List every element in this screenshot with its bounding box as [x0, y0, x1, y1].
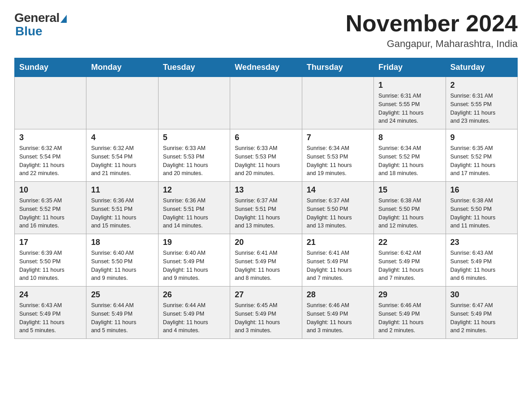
calendar-cell [15, 77, 86, 129]
day-info: Sunrise: 6:47 AMSunset: 5:49 PMDaylight:… [450, 301, 513, 335]
calendar-cell: 6Sunrise: 6:33 AMSunset: 5:53 PMDaylight… [230, 129, 302, 182]
day-number: 14 [307, 185, 369, 195]
calendar-cell: 10Sunrise: 6:35 AMSunset: 5:52 PMDayligh… [15, 182, 86, 234]
day-number: 1 [378, 81, 441, 90]
day-info: Sunrise: 6:32 AMSunset: 5:54 PMDaylight:… [19, 144, 82, 178]
day-number: 2 [450, 81, 513, 90]
calendar-cell: 9Sunrise: 6:35 AMSunset: 5:52 PMDaylight… [446, 129, 517, 182]
day-info: Sunrise: 6:46 AMSunset: 5:49 PMDaylight:… [307, 301, 369, 335]
calendar-cell: 4Sunrise: 6:32 AMSunset: 5:54 PMDaylight… [86, 129, 158, 182]
calendar-cell: 3Sunrise: 6:32 AMSunset: 5:54 PMDaylight… [15, 129, 86, 182]
calendar-cell: 5Sunrise: 6:33 AMSunset: 5:53 PMDaylight… [158, 129, 230, 182]
day-info: Sunrise: 6:35 AMSunset: 5:52 PMDaylight:… [19, 197, 82, 230]
week-row-4: 17Sunrise: 6:39 AMSunset: 5:50 PMDayligh… [15, 234, 518, 287]
calendar-cell: 28Sunrise: 6:46 AMSunset: 5:49 PMDayligh… [302, 287, 373, 339]
day-info: Sunrise: 6:40 AMSunset: 5:50 PMDaylight:… [91, 249, 153, 283]
header-monday: Monday [86, 58, 158, 77]
calendar-cell: 14Sunrise: 6:37 AMSunset: 5:50 PMDayligh… [302, 182, 373, 234]
day-info: Sunrise: 6:39 AMSunset: 5:50 PMDaylight:… [19, 249, 82, 283]
calendar-cell: 18Sunrise: 6:40 AMSunset: 5:50 PMDayligh… [86, 234, 158, 287]
day-info: Sunrise: 6:46 AMSunset: 5:49 PMDaylight:… [378, 301, 441, 335]
day-number: 11 [91, 185, 153, 195]
logo-triangle-icon [60, 15, 67, 23]
day-number: 9 [450, 133, 513, 142]
day-number: 22 [378, 238, 441, 247]
day-info: Sunrise: 6:33 AMSunset: 5:53 PMDaylight:… [235, 144, 297, 178]
calendar-cell [158, 77, 230, 129]
calendar-cell: 25Sunrise: 6:44 AMSunset: 5:49 PMDayligh… [86, 287, 158, 339]
day-number: 18 [91, 238, 153, 247]
calendar-cell: 13Sunrise: 6:37 AMSunset: 5:51 PMDayligh… [230, 182, 302, 234]
calendar-cell: 17Sunrise: 6:39 AMSunset: 5:50 PMDayligh… [15, 234, 86, 287]
day-info: Sunrise: 6:31 AMSunset: 5:55 PMDaylight:… [378, 92, 441, 125]
calendar-cell: 30Sunrise: 6:47 AMSunset: 5:49 PMDayligh… [446, 287, 517, 339]
day-info: Sunrise: 6:34 AMSunset: 5:53 PMDaylight:… [307, 144, 369, 178]
day-number: 8 [378, 133, 441, 142]
location-title: Gangapur, Maharashtra, India [346, 38, 518, 50]
day-number: 4 [91, 133, 153, 142]
calendar-cell: 12Sunrise: 6:36 AMSunset: 5:51 PMDayligh… [158, 182, 230, 234]
day-number: 29 [378, 290, 441, 300]
day-info: Sunrise: 6:42 AMSunset: 5:49 PMDaylight:… [378, 249, 441, 283]
day-number: 30 [450, 290, 513, 300]
calendar-cell: 27Sunrise: 6:45 AMSunset: 5:49 PMDayligh… [230, 287, 302, 339]
week-row-2: 3Sunrise: 6:32 AMSunset: 5:54 PMDaylight… [15, 129, 518, 182]
day-number: 15 [378, 185, 441, 195]
header-wednesday: Wednesday [230, 58, 302, 77]
calendar-cell: 21Sunrise: 6:41 AMSunset: 5:49 PMDayligh… [302, 234, 373, 287]
calendar-cell: 24Sunrise: 6:43 AMSunset: 5:49 PMDayligh… [15, 287, 86, 339]
calendar-cell: 8Sunrise: 6:34 AMSunset: 5:52 PMDaylight… [374, 129, 446, 182]
day-number: 17 [19, 238, 82, 247]
day-info: Sunrise: 6:31 AMSunset: 5:55 PMDaylight:… [450, 92, 513, 125]
calendar-cell: 15Sunrise: 6:38 AMSunset: 5:50 PMDayligh… [374, 182, 446, 234]
day-number: 3 [19, 133, 82, 142]
month-title: November 2024 [346, 11, 518, 36]
header-friday: Friday [374, 58, 446, 77]
day-info: Sunrise: 6:33 AMSunset: 5:53 PMDaylight:… [163, 144, 225, 178]
calendar-cell: 26Sunrise: 6:44 AMSunset: 5:49 PMDayligh… [158, 287, 230, 339]
day-number: 21 [307, 238, 369, 247]
day-info: Sunrise: 6:37 AMSunset: 5:51 PMDaylight:… [235, 197, 297, 230]
calendar-cell: 11Sunrise: 6:36 AMSunset: 5:51 PMDayligh… [86, 182, 158, 234]
day-info: Sunrise: 6:41 AMSunset: 5:49 PMDaylight:… [235, 249, 297, 283]
calendar-cell: 22Sunrise: 6:42 AMSunset: 5:49 PMDayligh… [374, 234, 446, 287]
week-row-5: 24Sunrise: 6:43 AMSunset: 5:49 PMDayligh… [15, 287, 518, 339]
calendar-cell: 2Sunrise: 6:31 AMSunset: 5:55 PMDaylight… [446, 77, 517, 129]
header-tuesday: Tuesday [158, 58, 230, 77]
calendar-cell: 7Sunrise: 6:34 AMSunset: 5:53 PMDaylight… [302, 129, 373, 182]
title-section: November 2024 Gangapur, Maharashtra, Ind… [346, 11, 518, 50]
logo-blue-text: Blue [15, 24, 43, 39]
calendar-cell: 16Sunrise: 6:38 AMSunset: 5:50 PMDayligh… [446, 182, 517, 234]
logo-general-text: General [14, 11, 60, 25]
calendar-cell: 20Sunrise: 6:41 AMSunset: 5:49 PMDayligh… [230, 234, 302, 287]
day-number: 12 [163, 185, 225, 195]
calendar-cell: 1Sunrise: 6:31 AMSunset: 5:55 PMDaylight… [374, 77, 446, 129]
calendar-cell: 23Sunrise: 6:43 AMSunset: 5:49 PMDayligh… [446, 234, 517, 287]
day-info: Sunrise: 6:45 AMSunset: 5:49 PMDaylight:… [235, 301, 297, 335]
day-info: Sunrise: 6:34 AMSunset: 5:52 PMDaylight:… [378, 144, 441, 178]
day-number: 7 [307, 133, 369, 142]
day-info: Sunrise: 6:36 AMSunset: 5:51 PMDaylight:… [91, 197, 153, 230]
day-number: 23 [450, 238, 513, 247]
day-number: 25 [91, 290, 153, 300]
weekday-header-row: SundayMondayTuesdayWednesdayThursdayFrid… [15, 58, 518, 77]
day-number: 26 [163, 290, 225, 300]
week-row-1: 1Sunrise: 6:31 AMSunset: 5:55 PMDaylight… [15, 77, 518, 129]
calendar-cell: 29Sunrise: 6:46 AMSunset: 5:49 PMDayligh… [374, 287, 446, 339]
logo: General Blue [14, 11, 67, 39]
calendar-table: SundayMondayTuesdayWednesdayThursdayFrid… [14, 58, 518, 339]
day-number: 28 [307, 290, 369, 300]
day-info: Sunrise: 6:40 AMSunset: 5:49 PMDaylight:… [163, 249, 225, 283]
header-saturday: Saturday [446, 58, 517, 77]
calendar-cell [230, 77, 302, 129]
header-sunday: Sunday [15, 58, 86, 77]
day-number: 5 [163, 133, 225, 142]
calendar-cell [302, 77, 373, 129]
day-info: Sunrise: 6:41 AMSunset: 5:49 PMDaylight:… [307, 249, 369, 283]
day-info: Sunrise: 6:35 AMSunset: 5:52 PMDaylight:… [450, 144, 513, 178]
day-info: Sunrise: 6:38 AMSunset: 5:50 PMDaylight:… [450, 197, 513, 230]
day-info: Sunrise: 6:38 AMSunset: 5:50 PMDaylight:… [378, 197, 441, 230]
calendar-cell [86, 77, 158, 129]
header-thursday: Thursday [302, 58, 373, 77]
header: General Blue November 2024 Gangapur, Mah… [14, 11, 518, 50]
